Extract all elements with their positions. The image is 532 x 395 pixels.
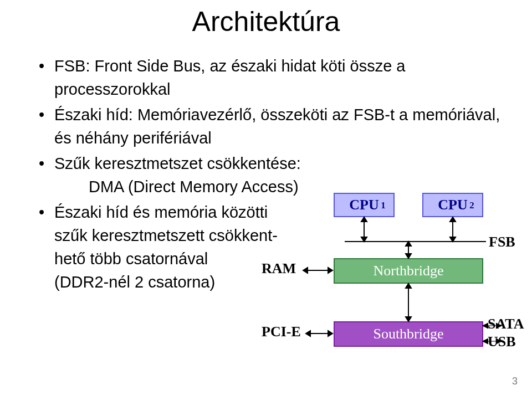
svg-marker-18 — [328, 331, 332, 336]
bullet-item-northbridge: Északi híd: Memóriavezérlő, összeköti az… — [39, 103, 510, 150]
bullet-item-memchannels-l4: (DDR2-nél 2 csatorna) — [54, 273, 215, 291]
bullet-item-memchannels-l3: hető több csatornával — [54, 250, 208, 268]
svg-marker-4 — [450, 217, 456, 222]
svg-marker-9 — [406, 254, 411, 258]
svg-marker-20 — [483, 324, 488, 328]
bullet-item-memchannels-l1: Északi híd és memória közötti — [54, 203, 268, 221]
bullet-item-fsb: FSB: Front Side Bus, az északi hidat köt… — [39, 54, 510, 101]
svg-marker-24 — [497, 339, 501, 343]
svg-marker-2 — [361, 237, 367, 242]
bullet-item-bottleneck: Szűk keresztmetszet csökkentése: DMA (Di… — [39, 152, 510, 198]
bullet-item-bottleneck-text: Szűk keresztmetszet csökkentése: — [54, 155, 301, 172]
svg-marker-1 — [361, 217, 367, 222]
slide: Architektúra FSB: Front Side Bus, az ész… — [0, 0, 532, 395]
svg-marker-21 — [497, 324, 501, 328]
bullet-item-memchannels-l2: szűk keresztmetszett csökkent- — [54, 227, 278, 244]
svg-marker-17 — [306, 331, 310, 336]
page-number: 3 — [512, 376, 518, 387]
slide-title: Architektúra — [22, 6, 510, 38]
svg-marker-11 — [303, 268, 308, 273]
diagram-connectors — [262, 193, 522, 370]
svg-marker-15 — [406, 317, 411, 321]
svg-marker-12 — [328, 268, 332, 273]
svg-marker-14 — [406, 284, 411, 288]
svg-marker-8 — [406, 242, 411, 246]
svg-marker-23 — [483, 339, 488, 343]
svg-marker-5 — [450, 237, 456, 242]
architecture-diagram: CPU1 CPU2 Northbridge Southbridge RAM PC… — [262, 193, 522, 370]
